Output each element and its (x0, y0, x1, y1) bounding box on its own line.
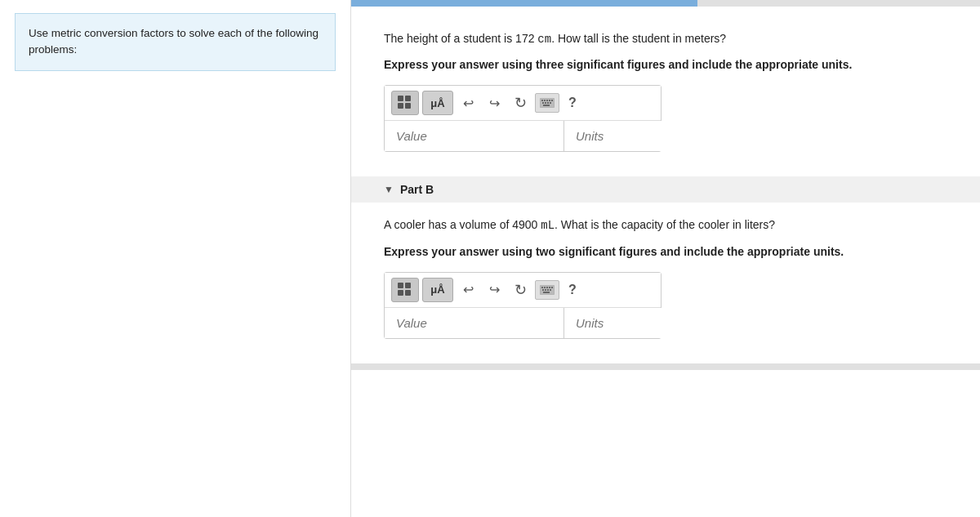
grid-icon-a (397, 95, 413, 111)
svg-rect-23 (549, 287, 550, 288)
part-a-toolbar: μÅ ↩ ↪ ↻ (385, 86, 661, 121)
svg-rect-6 (544, 100, 546, 101)
part-b-input-row (385, 308, 661, 338)
svg-rect-24 (551, 287, 553, 288)
part-b-label: Part B (400, 183, 434, 196)
grid-icon-b (397, 282, 413, 298)
svg-rect-13 (550, 102, 551, 104)
units-input-a[interactable] (564, 121, 743, 151)
help-button-a[interactable]: ? (563, 93, 582, 113)
part-a-input-row (385, 121, 661, 151)
part-b-answer-box: μÅ ↩ ↪ ↻ (384, 272, 662, 339)
progress-bar-fill (351, 0, 697, 7)
refresh-button-b[interactable]: ↻ (509, 279, 532, 301)
svg-rect-25 (542, 289, 544, 291)
svg-rect-5 (541, 100, 543, 101)
part-b-arrow: ▼ (384, 184, 394, 195)
page-top (351, 0, 980, 7)
svg-rect-14 (543, 105, 550, 106)
part-b-header[interactable]: ▼ Part B (351, 176, 980, 203)
keyboard-icon-a (540, 98, 555, 108)
part-b-toolbar: μÅ ↩ ↪ ↻ (385, 273, 661, 308)
svg-rect-20 (541, 287, 543, 288)
sidebar: Use metric conversion factors to solve e… (0, 0, 351, 517)
svg-rect-0 (398, 96, 403, 101)
keyboard-button-a[interactable] (535, 93, 559, 113)
svg-rect-12 (547, 102, 549, 104)
svg-rect-1 (405, 96, 411, 101)
part-a-express: Express your answer using three signific… (384, 56, 947, 74)
mu-label-b: μÅ (430, 283, 444, 296)
svg-rect-7 (546, 100, 548, 101)
redo-button-b[interactable]: ↪ (483, 279, 506, 301)
value-input-b[interactable] (385, 308, 564, 338)
mu-button-a[interactable]: μÅ (422, 91, 453, 115)
grid-button-b[interactable] (391, 278, 419, 302)
svg-rect-16 (405, 283, 411, 288)
bottom-divider (351, 363, 980, 370)
instruction-text: Use metric conversion factors to solve e… (29, 27, 318, 56)
redo-button-a[interactable]: ↪ (483, 91, 506, 114)
value-input-a[interactable] (385, 121, 564, 151)
main-content: The height of a student is 172 cm. How t… (351, 0, 980, 517)
svg-rect-11 (545, 102, 546, 104)
instruction-box: Use metric conversion factors to solve e… (15, 13, 336, 71)
part-a-question: The height of a student is 172 cm. How t… (384, 29, 947, 48)
undo-button-b[interactable]: ↩ (457, 279, 479, 301)
svg-rect-18 (405, 290, 411, 296)
svg-rect-28 (550, 289, 551, 291)
part-b-question: A cooler has a volume of 4900 mL. What i… (384, 216, 947, 234)
units-input-b[interactable] (564, 308, 743, 338)
content-area: The height of a student is 172 cm. How t… (351, 7, 980, 394)
grid-button-a[interactable] (391, 91, 419, 115)
svg-rect-10 (542, 102, 544, 104)
svg-rect-9 (551, 100, 553, 101)
svg-rect-29 (543, 292, 550, 293)
svg-rect-2 (398, 103, 403, 109)
mu-label-a: μÅ (430, 97, 444, 109)
part-b-express: Express your answer using two significan… (384, 243, 947, 261)
svg-rect-27 (547, 289, 549, 291)
part-a-answer-box: μÅ ↩ ↪ ↻ (384, 85, 662, 152)
mu-button-b[interactable]: μÅ (422, 278, 453, 302)
svg-rect-15 (398, 283, 403, 288)
refresh-button-a[interactable]: ↻ (509, 91, 532, 114)
help-button-b[interactable]: ? (563, 280, 582, 300)
svg-rect-22 (546, 287, 548, 288)
svg-rect-17 (398, 290, 403, 296)
svg-rect-3 (405, 103, 411, 109)
part-a-section: The height of a student is 172 cm. How t… (384, 29, 947, 152)
part-b-unit: mL (541, 219, 555, 232)
keyboard-icon-b (540, 285, 555, 295)
svg-rect-26 (545, 289, 546, 291)
keyboard-button-b[interactable] (535, 280, 559, 300)
part-b-section: ▼ Part B A cooler has a volume of 4900 m… (384, 176, 947, 338)
svg-rect-8 (549, 100, 550, 101)
svg-rect-21 (544, 287, 546, 288)
part-a-unit: cm (537, 33, 551, 46)
undo-button-a[interactable]: ↩ (457, 91, 479, 114)
progress-bar (351, 0, 980, 7)
